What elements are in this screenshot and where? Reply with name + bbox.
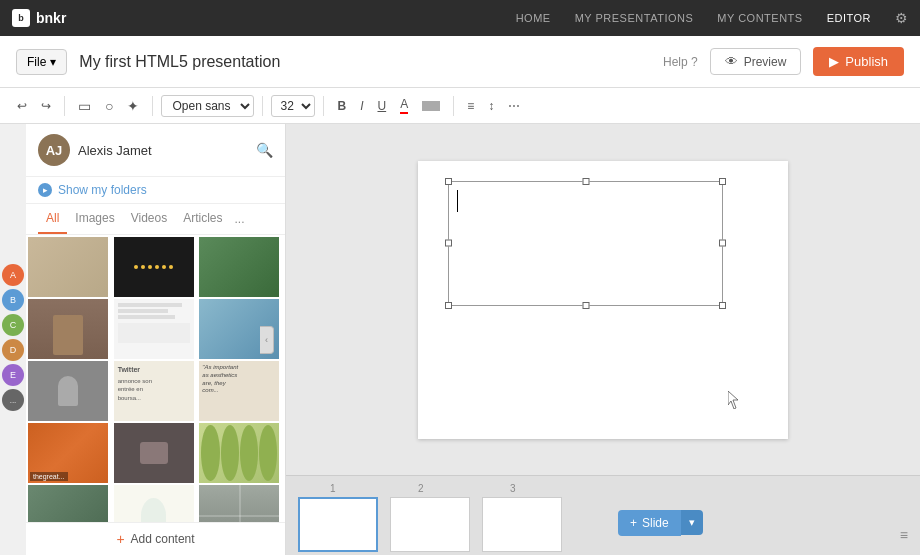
sidebar-search-button[interactable]: 🔍 (256, 142, 273, 158)
align-button[interactable]: ≡ (462, 96, 479, 116)
separator-2 (152, 96, 153, 116)
resize-handle-top-center[interactable] (582, 178, 589, 185)
resize-handle-bottom-left[interactable] (445, 302, 452, 309)
slide-filmstrip: 1 2 3 + Slide ▾ (286, 475, 920, 555)
image-item-15[interactable] (199, 485, 279, 522)
image-item-12[interactable] (199, 423, 279, 483)
avatar-5[interactable]: E (2, 364, 24, 386)
circle-tool[interactable]: ○ (100, 95, 118, 117)
image-item-7[interactable] (28, 361, 108, 421)
image-item-1[interactable] (28, 237, 108, 297)
tab-videos[interactable]: Videos (123, 204, 175, 234)
add-slide-label: Slide (642, 516, 669, 530)
image-item-14[interactable] (114, 485, 194, 522)
sidebar-header: AJ Alexis Jamet 🔍 (26, 124, 285, 177)
avatar-3[interactable]: C (2, 314, 24, 336)
publish-button[interactable]: ▶ Publish (813, 47, 904, 76)
image-item-13[interactable] (28, 485, 108, 522)
show-folders-toggle[interactable]: ▸ Show my folders (26, 177, 285, 204)
sidebar-collapse-handle[interactable]: ‹ (260, 326, 274, 354)
sidebar-tabs: All Images Videos Articles ... (26, 204, 285, 235)
bold-button[interactable]: B (332, 96, 351, 116)
add-content-button[interactable]: + Add content (26, 522, 285, 555)
more-options-button[interactable]: ⋯ (503, 96, 525, 116)
text-color-icon: A (400, 97, 408, 114)
nav-presentations[interactable]: MY PRESENTATIONS (575, 12, 694, 24)
underline-button[interactable]: U (372, 96, 391, 116)
resize-handle-top-right[interactable] (719, 178, 726, 185)
publish-label: Publish (845, 54, 888, 69)
avatar-2[interactable]: B (2, 289, 24, 311)
redo-icon: ↪ (41, 99, 51, 113)
settings-button[interactable]: ⚙ (895, 10, 908, 26)
tab-more[interactable]: ... (231, 205, 249, 233)
image-item-3[interactable] (199, 237, 279, 297)
tab-images[interactable]: Images (67, 204, 122, 234)
redo-button[interactable]: ↪ (36, 96, 56, 116)
separator-4 (323, 96, 324, 116)
bold-icon: B (337, 99, 346, 113)
separator-5 (453, 96, 454, 116)
add-content-label: Add content (131, 532, 195, 546)
brand-logo[interactable]: b bnkr (12, 9, 66, 27)
font-family-select[interactable]: Open sans (161, 95, 254, 117)
undo-button[interactable]: ↩ (12, 96, 32, 116)
rectangle-tool[interactable]: ▭ (73, 95, 96, 117)
resize-handle-bottom-center[interactable] (582, 302, 589, 309)
image-item-4[interactable] (28, 299, 108, 359)
slide-thumbnail-3[interactable] (482, 497, 562, 552)
resize-handle-top-left[interactable] (445, 178, 452, 185)
image-item-11[interactable] (114, 423, 194, 483)
nav-editor[interactable]: EDITOR (827, 12, 871, 24)
image-item-5[interactable] (114, 299, 194, 359)
shape-icon: ✦ (127, 98, 139, 114)
add-slide-dropdown-button[interactable]: ▾ (681, 510, 703, 535)
italic-button[interactable]: I (355, 96, 368, 116)
main-layout: A B C D E ... AJ Alexis Jamet 🔍 ▸ Show m… (0, 124, 920, 555)
user-avatars-sidebar: A B C D E ... (2, 264, 24, 411)
image-item-9[interactable]: "As important as aesthetics are, they co… (199, 361, 279, 421)
eye-icon: 👁 (725, 54, 738, 69)
resize-handle-left-center[interactable] (445, 240, 452, 247)
slide-number-2: 2 (418, 483, 424, 494)
spacing-button[interactable]: ↕ (483, 96, 499, 116)
nav-home[interactable]: HOME (516, 12, 551, 24)
separator-3 (262, 96, 263, 116)
text-element[interactable] (448, 181, 723, 306)
file-chevron-icon: ▾ (50, 55, 56, 69)
help-button[interactable]: Help ? (663, 55, 698, 69)
image-item-10[interactable]: thegreat... (28, 423, 108, 483)
text-color-button[interactable]: A (395, 94, 413, 117)
top-navigation: b bnkr HOME MY PRESENTATIONS MY CONTENTS… (0, 0, 920, 36)
brand-name: bnkr (36, 10, 66, 26)
font-size-select[interactable]: 32 (271, 95, 315, 117)
avatar-4[interactable]: D (2, 339, 24, 361)
highlight-button[interactable] (417, 98, 445, 114)
nav-contents[interactable]: MY CONTENTS (717, 12, 802, 24)
resize-handle-right-center[interactable] (719, 240, 726, 247)
italic-icon: I (360, 99, 363, 113)
image-item-2[interactable] (114, 237, 194, 297)
avatar-more[interactable]: ... (2, 389, 24, 411)
slide-thumbnail-1[interactable] (298, 497, 378, 552)
shape-tool[interactable]: ✦ (122, 95, 144, 117)
resize-handle-bottom-right[interactable] (719, 302, 726, 309)
file-button[interactable]: File ▾ (16, 49, 67, 75)
presentation-title[interactable]: My first HTML5 presentation (79, 53, 651, 71)
mouse-cursor-indicator (728, 391, 740, 409)
slide-canvas[interactable] (418, 161, 788, 439)
nav-links: HOME MY PRESENTATIONS MY CONTENTS EDITOR… (516, 10, 908, 26)
tab-all[interactable]: All (38, 204, 67, 234)
filmstrip-filter-button[interactable]: ≡ (900, 527, 908, 543)
preview-button[interactable]: 👁 Preview (710, 48, 802, 75)
avatar-1[interactable]: A (2, 264, 24, 286)
content-image-grid: Twitter annonce son entrée en boursa... … (26, 235, 285, 522)
slide-thumbnail-2[interactable] (390, 497, 470, 552)
add-slide-button[interactable]: + Slide (618, 510, 681, 536)
tab-articles[interactable]: Articles (175, 204, 230, 234)
align-icon: ≡ (467, 99, 474, 113)
more-icon: ⋯ (508, 99, 520, 113)
slide-number-1: 1 (330, 483, 336, 494)
image-item-8[interactable]: Twitter annonce son entrée en boursa... (114, 361, 194, 421)
slide-workspace[interactable] (286, 124, 920, 475)
